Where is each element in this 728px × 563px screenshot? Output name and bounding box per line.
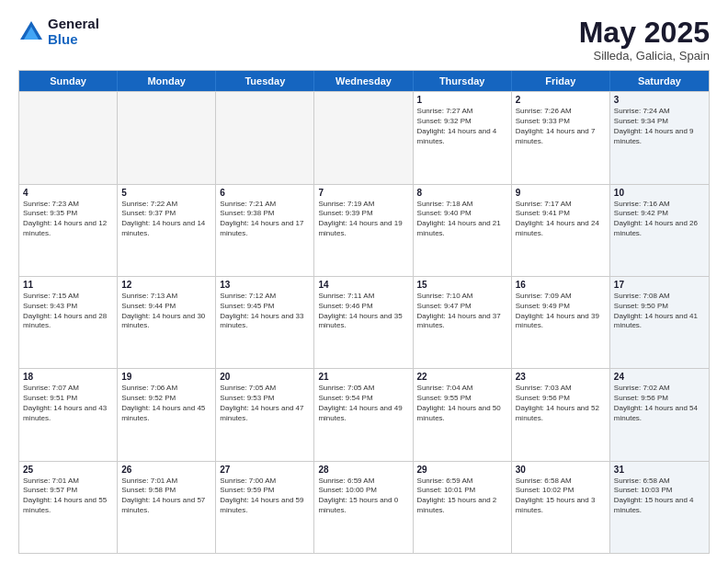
cell-info: Sunrise: 7:03 AM Sunset: 9:56 PM Dayligh… — [516, 384, 606, 423]
day-number: 6 — [220, 188, 310, 198]
day-number: 17 — [614, 280, 705, 290]
day-number: 26 — [121, 465, 211, 475]
day-number: 12 — [121, 280, 211, 290]
cell-info: Sunrise: 7:27 AM Sunset: 9:32 PM Dayligh… — [417, 107, 507, 146]
day-cell-11: 11Sunrise: 7:15 AM Sunset: 9:43 PM Dayli… — [19, 277, 118, 368]
logo-general: General — [48, 17, 99, 32]
cell-info: Sunrise: 7:16 AM Sunset: 9:42 PM Dayligh… — [614, 200, 705, 239]
day-cell-29: 29Sunrise: 6:59 AM Sunset: 10:01 PM Dayl… — [414, 462, 512, 553]
day-number: 10 — [614, 188, 705, 198]
header-day-tuesday: Tuesday — [216, 71, 314, 91]
header-day-saturday: Saturday — [610, 71, 709, 91]
day-number: 30 — [516, 465, 606, 475]
cell-info: Sunrise: 6:59 AM Sunset: 10:00 PM Daylig… — [318, 477, 408, 516]
day-cell-9: 9Sunrise: 7:17 AM Sunset: 9:41 PM Daylig… — [512, 185, 610, 276]
header-day-thursday: Thursday — [414, 71, 512, 91]
day-cell-19: 19Sunrise: 7:06 AM Sunset: 9:52 PM Dayli… — [118, 369, 216, 460]
cell-info: Sunrise: 7:23 AM Sunset: 9:35 PM Dayligh… — [23, 200, 113, 239]
cell-info: Sunrise: 7:07 AM Sunset: 9:51 PM Dayligh… — [23, 384, 113, 423]
day-cell-15: 15Sunrise: 7:10 AM Sunset: 9:47 PM Dayli… — [414, 277, 512, 368]
day-number: 4 — [23, 188, 113, 198]
day-cell-3: 3Sunrise: 7:24 AM Sunset: 9:34 PM Daylig… — [610, 92, 709, 183]
logo: General Blue — [18, 17, 99, 47]
cell-info: Sunrise: 7:18 AM Sunset: 9:40 PM Dayligh… — [417, 200, 507, 239]
empty-cell — [19, 92, 118, 183]
day-number: 28 — [318, 465, 408, 475]
header-day-wednesday: Wednesday — [314, 71, 413, 91]
day-cell-27: 27Sunrise: 7:00 AM Sunset: 9:59 PM Dayli… — [216, 462, 314, 553]
day-number: 25 — [23, 465, 113, 475]
cell-info: Sunrise: 6:58 AM Sunset: 10:02 PM Daylig… — [516, 477, 606, 516]
cell-info: Sunrise: 7:24 AM Sunset: 9:34 PM Dayligh… — [614, 107, 705, 146]
day-cell-25: 25Sunrise: 7:01 AM Sunset: 9:57 PM Dayli… — [19, 462, 118, 553]
cell-info: Sunrise: 7:15 AM Sunset: 9:43 PM Dayligh… — [23, 292, 113, 331]
calendar: SundayMondayTuesdayWednesdayThursdayFrid… — [18, 70, 710, 554]
day-cell-8: 8Sunrise: 7:18 AM Sunset: 9:40 PM Daylig… — [414, 185, 512, 276]
header-day-monday: Monday — [118, 71, 216, 91]
day-number: 23 — [516, 372, 606, 382]
day-cell-23: 23Sunrise: 7:03 AM Sunset: 9:56 PM Dayli… — [512, 369, 610, 460]
day-cell-13: 13Sunrise: 7:12 AM Sunset: 9:45 PM Dayli… — [216, 277, 314, 368]
day-number: 16 — [516, 280, 606, 290]
cell-info: Sunrise: 7:13 AM Sunset: 9:44 PM Dayligh… — [121, 292, 211, 331]
logo-icon — [18, 19, 44, 45]
day-cell-28: 28Sunrise: 6:59 AM Sunset: 10:00 PM Dayl… — [314, 462, 413, 553]
day-cell-16: 16Sunrise: 7:09 AM Sunset: 9:49 PM Dayli… — [512, 277, 610, 368]
day-number: 27 — [220, 465, 310, 475]
calendar-header: SundayMondayTuesdayWednesdayThursdayFrid… — [19, 71, 709, 91]
cell-info: Sunrise: 7:04 AM Sunset: 9:55 PM Dayligh… — [417, 384, 507, 423]
day-number: 9 — [516, 188, 606, 198]
day-number: 22 — [417, 372, 507, 382]
logo-text: General Blue — [48, 17, 99, 47]
day-cell-20: 20Sunrise: 7:05 AM Sunset: 9:53 PM Dayli… — [216, 369, 314, 460]
cell-info: Sunrise: 7:11 AM Sunset: 9:46 PM Dayligh… — [318, 292, 408, 331]
day-cell-10: 10Sunrise: 7:16 AM Sunset: 9:42 PM Dayli… — [610, 185, 709, 276]
calendar-row-1: 4Sunrise: 7:23 AM Sunset: 9:35 PM Daylig… — [19, 184, 709, 276]
day-cell-5: 5Sunrise: 7:22 AM Sunset: 9:37 PM Daylig… — [118, 185, 216, 276]
cell-info: Sunrise: 7:01 AM Sunset: 9:57 PM Dayligh… — [23, 477, 113, 516]
location: Silleda, Galicia, Spain — [579, 49, 710, 63]
empty-cell — [118, 92, 216, 183]
cell-info: Sunrise: 7:09 AM Sunset: 9:49 PM Dayligh… — [516, 292, 606, 331]
empty-cell — [314, 92, 413, 183]
cell-info: Sunrise: 6:59 AM Sunset: 10:01 PM Daylig… — [417, 477, 507, 516]
calendar-body: 1Sunrise: 7:27 AM Sunset: 9:32 PM Daylig… — [19, 91, 709, 553]
title-block: May 2025 Silleda, Galicia, Spain — [579, 17, 710, 63]
day-number: 11 — [23, 280, 113, 290]
cell-info: Sunrise: 7:06 AM Sunset: 9:52 PM Dayligh… — [121, 384, 211, 423]
day-number: 5 — [121, 188, 211, 198]
cell-info: Sunrise: 7:21 AM Sunset: 9:38 PM Dayligh… — [220, 200, 310, 239]
day-cell-6: 6Sunrise: 7:21 AM Sunset: 9:38 PM Daylig… — [216, 185, 314, 276]
day-cell-1: 1Sunrise: 7:27 AM Sunset: 9:32 PM Daylig… — [414, 92, 512, 183]
day-cell-30: 30Sunrise: 6:58 AM Sunset: 10:02 PM Dayl… — [512, 462, 610, 553]
day-cell-31: 31Sunrise: 6:58 AM Sunset: 10:03 PM Dayl… — [610, 462, 709, 553]
header-day-friday: Friday — [512, 71, 610, 91]
cell-info: Sunrise: 7:12 AM Sunset: 9:45 PM Dayligh… — [220, 292, 310, 331]
day-number: 21 — [318, 372, 408, 382]
day-number: 20 — [220, 372, 310, 382]
cell-info: Sunrise: 7:02 AM Sunset: 9:56 PM Dayligh… — [614, 384, 705, 423]
day-number: 7 — [318, 188, 408, 198]
day-number: 19 — [121, 372, 211, 382]
cell-info: Sunrise: 7:17 AM Sunset: 9:41 PM Dayligh… — [516, 200, 606, 239]
day-number: 8 — [417, 188, 507, 198]
day-cell-7: 7Sunrise: 7:19 AM Sunset: 9:39 PM Daylig… — [314, 185, 413, 276]
empty-cell — [216, 92, 314, 183]
calendar-row-4: 25Sunrise: 7:01 AM Sunset: 9:57 PM Dayli… — [19, 461, 709, 553]
day-cell-2: 2Sunrise: 7:26 AM Sunset: 9:33 PM Daylig… — [512, 92, 610, 183]
cell-info: Sunrise: 6:58 AM Sunset: 10:03 PM Daylig… — [614, 477, 705, 516]
day-cell-18: 18Sunrise: 7:07 AM Sunset: 9:51 PM Dayli… — [19, 369, 118, 460]
header-day-sunday: Sunday — [19, 71, 118, 91]
day-number: 2 — [516, 95, 606, 105]
day-number: 31 — [614, 465, 705, 475]
day-number: 13 — [220, 280, 310, 290]
cell-info: Sunrise: 7:05 AM Sunset: 9:54 PM Dayligh… — [318, 384, 408, 423]
day-number: 14 — [318, 280, 408, 290]
cell-info: Sunrise: 7:10 AM Sunset: 9:47 PM Dayligh… — [417, 292, 507, 331]
day-cell-26: 26Sunrise: 7:01 AM Sunset: 9:58 PM Dayli… — [118, 462, 216, 553]
day-cell-24: 24Sunrise: 7:02 AM Sunset: 9:56 PM Dayli… — [610, 369, 709, 460]
day-cell-12: 12Sunrise: 7:13 AM Sunset: 9:44 PM Dayli… — [118, 277, 216, 368]
calendar-page: General Blue May 2025 Silleda, Galicia, … — [0, 0, 728, 563]
day-number: 15 — [417, 280, 507, 290]
logo-blue: Blue — [48, 32, 99, 48]
